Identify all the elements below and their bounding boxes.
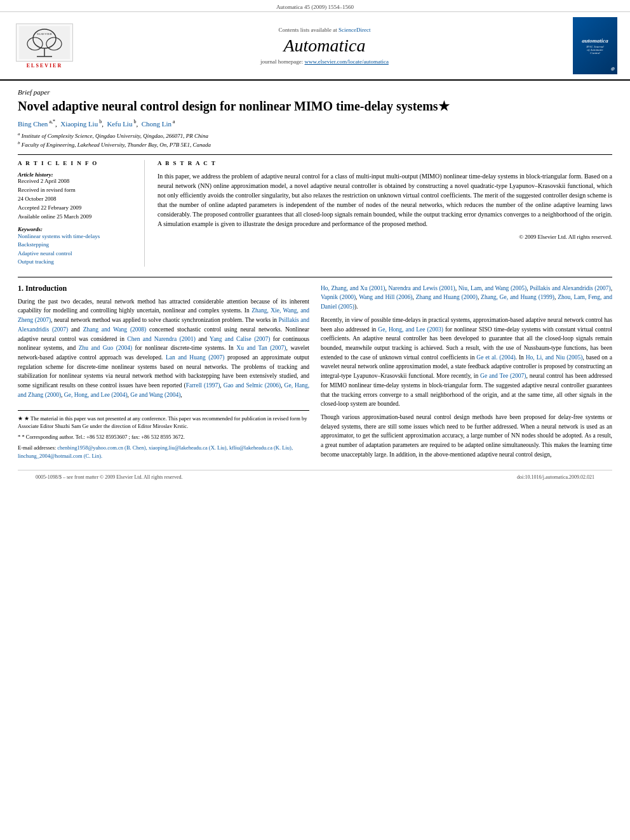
- accepted-date: Accepted 22 February 2009: [18, 204, 137, 211]
- received-date: Received 2 April 2008: [18, 178, 137, 184]
- cover-subtitle: IFAC Journalof AutomaticControl: [586, 45, 603, 55]
- footnote-corresponding-text: * Corresponding author. Tel.: +86 532 85…: [22, 434, 185, 440]
- journal-center: Contents lists available at ScienceDirec…: [76, 27, 573, 65]
- journal-header: ELSEVIER ELSEVIER Contents lists availab…: [0, 12, 630, 81]
- revised-label: Received in revised form: [18, 187, 137, 193]
- brief-paper-label: Brief paper: [18, 88, 612, 96]
- journal-title: Automatica: [76, 36, 573, 56]
- keyword-2: Backstepping: [18, 241, 137, 250]
- homepage-label: journal homepage:: [260, 58, 303, 65]
- homepage-url[interactable]: www.elsevier.com/locate/automatica: [305, 58, 389, 65]
- sciencedirect-link[interactable]: ScienceDirect: [338, 27, 370, 33]
- svg-text:ELSEVIER: ELSEVIER: [37, 32, 52, 36]
- cover-title: automatica: [582, 37, 608, 44]
- elsevier-logo-block: ELSEVIER ELSEVIER: [13, 23, 76, 69]
- body-two-col: 1. Introduction During the past two deca…: [18, 277, 612, 463]
- issn-text: 0005-1098/$ – see front matter © 2009 El…: [36, 474, 183, 480]
- cover-icon: ⊕: [610, 66, 615, 72]
- author-4: Chong Lin: [142, 120, 171, 128]
- article-info-col: A R T I C L E I N F O Article history: R…: [18, 160, 145, 267]
- affil-1: a Institute of Complexity Science, Qingd…: [18, 131, 612, 139]
- right-para-3: Though various approximation-based neura…: [321, 413, 612, 460]
- author-2-sup: b: [98, 119, 102, 124]
- right-para-refs: Ho, Zhang, and Xu (2001), Narendra and L…: [321, 284, 612, 312]
- keywords-label: Keywords:: [18, 226, 137, 232]
- article-info-abstract-section: A R T I C L E I N F O Article history: R…: [18, 154, 612, 267]
- footnote-area: ★ ★ The material in this paper was not p…: [18, 410, 309, 460]
- sciencedirect-line: Contents lists available at ScienceDirec…: [76, 27, 573, 33]
- keywords-block: Keywords: Nonlinear systems with time-de…: [18, 226, 137, 267]
- history-label: Article history:: [18, 171, 137, 178]
- right-para-2: Recently, in view of possible time-delay…: [321, 316, 612, 409]
- body-left-col: 1. Introduction During the past two deca…: [18, 284, 309, 463]
- footnote-corresponding: * * Corresponding author. Tel.: +86 532 …: [18, 433, 309, 441]
- body-right-col: Ho, Zhang, and Xu (2001), Narendra and L…: [321, 284, 612, 463]
- author-3: Kefu Liu: [107, 120, 132, 128]
- intro-para-1: During the past two decades, neural netw…: [18, 297, 309, 400]
- doi-text: doi:10.1016/j.automatica.2009.02.021: [517, 474, 594, 480]
- email-label: E-mail addresses:: [18, 444, 56, 451]
- affiliations: a Institute of Complexity Science, Qingd…: [18, 131, 612, 148]
- article-history: Article history: Received 2 April 2008 R…: [18, 171, 137, 220]
- keyword-1: Nonlinear systems with time-delays: [18, 232, 137, 241]
- author-2: Xiaoping Liu: [60, 120, 98, 128]
- citation-text: Automatica 45 (2009) 1554–1560: [276, 4, 354, 10]
- author-4-sup: a: [171, 119, 175, 124]
- footnote-email-list: chenbing1958@yahoo.com.cn (B. Chen), xia…: [18, 444, 293, 459]
- affil-2: b Faculty of Engineering, Lakehead Unive…: [18, 140, 612, 148]
- author-3-sup: b: [132, 119, 136, 124]
- footnote-emails: E-mail addresses: chenbing1958@yahoo.com…: [18, 444, 309, 460]
- author-1-sup: a,*: [48, 119, 55, 124]
- journal-homepage-line: journal homepage: www.elsevier.com/locat…: [76, 58, 573, 65]
- abstract-col: A B S T R A C T In this paper, we addres…: [158, 160, 612, 267]
- keyword-4: Output tracking: [18, 258, 137, 267]
- page-wrapper: Automatica 45 (2009) 1554–1560 ELSEVIER …: [0, 0, 630, 491]
- citation-bar: Automatica 45 (2009) 1554–1560: [0, 0, 630, 12]
- footnote-star-text: ★ The material in this paper was not pre…: [18, 415, 307, 430]
- bottom-bar: 0005-1098/$ – see front matter © 2009 El…: [18, 470, 612, 484]
- revised-date: 24 October 2008: [18, 196, 137, 202]
- elsevier-label: ELSEVIER: [27, 63, 62, 69]
- keyword-3: Adaptive neural control: [18, 250, 137, 258]
- available-date: Available online 25 March 2009: [18, 213, 137, 220]
- abstract-label: A B S T R A C T: [158, 160, 612, 166]
- contents-label: Contents lists available at: [279, 27, 337, 33]
- footnote-star: ★ ★ The material in this paper was not p…: [18, 415, 309, 431]
- abstract-text: In this paper, we address the problem of…: [158, 171, 612, 229]
- author-1: Bing Chen: [18, 120, 48, 128]
- elsevier-logo-img: ELSEVIER: [16, 23, 73, 62]
- article-info-label: A R T I C L E I N F O: [18, 160, 137, 166]
- paper-title: Novel adaptive neural control design for…: [18, 98, 612, 114]
- elsevier-logo-svg: ELSEVIER: [19, 26, 70, 59]
- journal-cover: automatica IFAC Journalof AutomaticContr…: [573, 17, 617, 74]
- copyright-line: © 2009 Elsevier Ltd. All rights reserved…: [158, 234, 612, 240]
- paper-content: Brief paper Novel adaptive neural contro…: [0, 81, 630, 491]
- authors-line: Bing Chen a,*, Xiaoping Liu b, Kefu Liu …: [18, 119, 612, 128]
- intro-heading: 1. Introduction: [18, 284, 309, 293]
